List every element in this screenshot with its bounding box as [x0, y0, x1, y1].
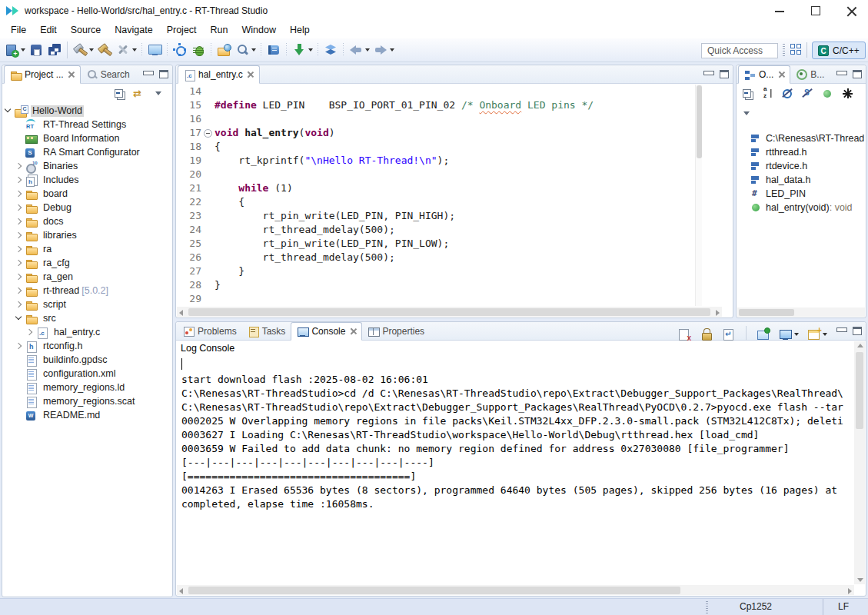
scroll-left-icon[interactable]	[179, 588, 183, 594]
perspective-cpp-button[interactable]: C C/C++	[812, 42, 866, 59]
scrollbar-thumb[interactable]	[856, 352, 863, 429]
scroll-right-icon[interactable]	[716, 310, 720, 316]
tree-item-docs[interactable]: docs	[2, 214, 171, 228]
save-all-button[interactable]	[45, 40, 64, 60]
scrollbar-thumb[interactable]	[188, 587, 680, 594]
tree-item-rtconfig-h[interactable]: rtconfig.h	[2, 339, 171, 353]
back-button[interactable]	[347, 40, 371, 60]
minimize-view-icon[interactable]	[143, 70, 152, 78]
hide-static-icon[interactable]	[801, 87, 814, 100]
dropdown-arrow-icon[interactable]	[794, 333, 799, 336]
tree-item-hello-world[interactable]: Hello-World	[2, 104, 171, 118]
outline-item-c-renesas-rt-threads[interactable]: C:\Renesas\RT-ThreadS	[740, 131, 864, 145]
tree-item-ra[interactable]: ra	[2, 242, 171, 256]
collapsed-chevron-icon[interactable]	[15, 260, 22, 266]
collapsed-chevron-icon[interactable]	[15, 218, 22, 224]
tree-item-libraries[interactable]: libraries	[2, 228, 171, 242]
outline-list[interactable]: C:\Renesas\RT-ThreadSrtthread.hrtdevice.…	[740, 131, 864, 307]
search-button[interactable]	[233, 40, 258, 60]
dropdown-arrow-icon[interactable]	[390, 48, 394, 52]
quick-access-input[interactable]: Quick Access	[701, 43, 778, 58]
project-tree[interactable]: Hello-WorldRT-Thread SettingsBoard Infor…	[2, 104, 171, 596]
close-icon[interactable]	[778, 71, 784, 78]
dropdown-arrow-icon[interactable]	[823, 333, 827, 336]
open-perspective-button[interactable]	[790, 44, 801, 55]
save-button[interactable]	[27, 40, 45, 60]
tree-item-script[interactable]: script	[2, 298, 171, 311]
dropdown-arrow-icon[interactable]	[365, 48, 370, 52]
forward-button[interactable]	[371, 40, 396, 60]
tree-item-board-information[interactable]: Board Information	[2, 131, 171, 145]
sort-icon[interactable]	[761, 87, 774, 100]
menu-edit[interactable]: Edit	[33, 25, 64, 35]
collapsed-chevron-icon[interactable]	[26, 329, 32, 335]
tree-item-readme-md[interactable]: README.md	[2, 408, 171, 422]
debug-config-button[interactable]	[171, 40, 189, 60]
collapsed-chevron-icon[interactable]	[15, 232, 22, 238]
collapsed-chevron-icon[interactable]	[15, 191, 22, 197]
minimize-view-icon[interactable]	[703, 70, 713, 78]
new-button[interactable]	[2, 40, 27, 60]
editor-horizontal-scrollbar[interactable]	[177, 307, 722, 317]
expanded-chevron-icon[interactable]	[5, 106, 11, 112]
outline-item-hal-entry-void[interactable]: hal_entry(void) : void	[740, 201, 864, 214]
scroll-left-icon[interactable]	[179, 310, 183, 316]
tree-item-rt-thread[interactable]: rt-thread [5.0.2]	[2, 284, 171, 298]
editor-vertical-scrollbar[interactable]	[695, 85, 702, 306]
close-icon[interactable]	[68, 71, 75, 78]
link-with-editor-icon[interactable]	[133, 87, 146, 100]
dropdown-arrow-icon[interactable]	[251, 48, 256, 52]
tab-properties[interactable]: Properties	[362, 322, 430, 340]
close-icon[interactable]	[350, 328, 356, 334]
terminal-button[interactable]	[145, 40, 164, 60]
scrollbar-thumb[interactable]	[697, 85, 702, 158]
menu-file[interactable]: File	[4, 25, 33, 35]
scroll-right-icon[interactable]	[848, 588, 852, 594]
hide-fields-icon[interactable]	[781, 87, 794, 100]
scrollbar-thumb[interactable]	[739, 309, 794, 316]
collapse-all-icon[interactable]	[113, 87, 126, 100]
tree-item-rt-thread-settings[interactable]: RT-Thread Settings	[2, 118, 171, 131]
filters-icon[interactable]	[841, 87, 854, 100]
fold-collapse-icon[interactable]	[201, 126, 215, 140]
dropdown-arrow-icon[interactable]	[132, 48, 137, 52]
tree-item-buildinfo-gpdsc[interactable]: buildinfo.gpdsc	[2, 353, 171, 367]
tree-item-board[interactable]: board	[2, 187, 171, 201]
maximize-view-icon[interactable]	[853, 327, 862, 335]
view-menu-icon[interactable]	[153, 87, 166, 100]
tab-problems[interactable]: Problems	[178, 322, 242, 340]
tab-outline[interactable]: O...	[738, 65, 790, 84]
open-resource-button[interactable]	[215, 40, 233, 60]
tree-item-ra-cfg[interactable]: ra_cfg	[2, 256, 171, 270]
menu-navigate[interactable]: Navigate	[108, 25, 159, 35]
collapsed-chevron-icon[interactable]	[15, 288, 22, 294]
build-project-button[interactable]	[95, 40, 114, 60]
download-button[interactable]	[290, 40, 314, 60]
tab-console[interactable]: Console	[291, 322, 362, 341]
tree-item-memory-regions-ld[interactable]: memory_regions.ld	[2, 381, 171, 394]
tab-breakpoints[interactable]: B...	[790, 65, 830, 83]
dropdown-arrow-icon[interactable]	[21, 48, 25, 52]
tree-item-memory-regions-scat[interactable]: memory_regions.scat	[2, 394, 171, 408]
minimize-view-icon[interactable]	[836, 70, 846, 78]
outline-item-rtthread-h[interactable]: rtthread.h	[740, 145, 864, 159]
window-minimize-button[interactable]	[775, 11, 784, 12]
outline-item-rtdevice-h[interactable]: rtdevice.h	[740, 159, 864, 173]
scrollbar-thumb[interactable]	[188, 308, 710, 316]
tree-item-configuration-xml[interactable]: configuration.xml	[2, 367, 171, 381]
window-maximize-button[interactable]	[811, 6, 820, 15]
scroll-up-icon[interactable]	[857, 344, 863, 347]
console-horizontal-scrollbar[interactable]	[177, 585, 854, 595]
tools-button[interactable]	[114, 40, 138, 60]
menu-source[interactable]: Source	[64, 25, 108, 35]
outline-item-led-pin[interactable]: LED_PIN	[740, 187, 864, 201]
collapsed-chevron-icon[interactable]	[15, 343, 22, 349]
bug-button[interactable]	[189, 40, 208, 60]
tab-project-explorer[interactable]: Project ...	[4, 65, 81, 84]
collapse-all-icon[interactable]	[741, 87, 754, 100]
console-vertical-scrollbar[interactable]	[854, 341, 865, 584]
collapsed-chevron-icon[interactable]	[15, 274, 22, 280]
collapsed-chevron-icon[interactable]	[15, 246, 22, 252]
outline-item-hal-data-h[interactable]: hal_data.h	[740, 173, 864, 187]
window-close-button[interactable]	[846, 6, 856, 16]
